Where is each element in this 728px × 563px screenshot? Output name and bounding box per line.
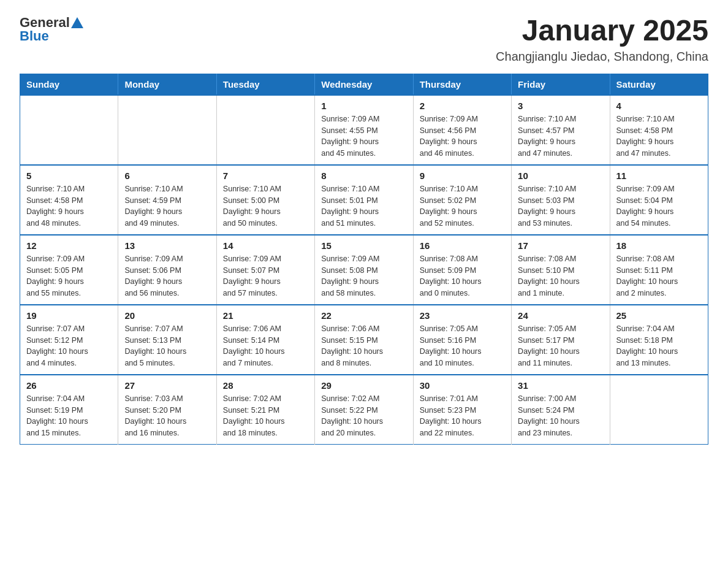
- calendar-day-31: 31Sunrise: 7:00 AM Sunset: 5:24 PM Dayli…: [512, 375, 610, 445]
- day-number: 24: [518, 310, 603, 321]
- calendar-empty-cell: [216, 95, 314, 165]
- calendar-day-10: 10Sunrise: 7:10 AM Sunset: 5:03 PM Dayli…: [512, 165, 610, 235]
- day-info: Sunrise: 7:06 AM Sunset: 5:14 PM Dayligh…: [223, 323, 308, 369]
- day-info: Sunrise: 7:04 AM Sunset: 5:18 PM Dayligh…: [616, 323, 702, 369]
- calendar-empty-cell: [610, 375, 708, 445]
- calendar-week-row: 1Sunrise: 7:09 AM Sunset: 4:55 PM Daylig…: [20, 95, 708, 165]
- day-info: Sunrise: 7:02 AM Sunset: 5:21 PM Dayligh…: [223, 393, 308, 439]
- day-number: 21: [223, 310, 308, 321]
- day-number: 16: [420, 240, 505, 251]
- day-info: Sunrise: 7:09 AM Sunset: 4:55 PM Dayligh…: [321, 113, 406, 159]
- day-number: 30: [420, 380, 505, 391]
- month-title: January 2025: [496, 15, 708, 47]
- day-number: 4: [616, 101, 702, 111]
- calendar-day-6: 6Sunrise: 7:10 AM Sunset: 4:59 PM Daylig…: [118, 165, 216, 235]
- calendar-empty-cell: [118, 95, 216, 165]
- day-info: Sunrise: 7:07 AM Sunset: 5:13 PM Dayligh…: [124, 323, 210, 369]
- day-number: 14: [223, 240, 308, 251]
- day-number: 6: [124, 170, 210, 181]
- day-info: Sunrise: 7:05 AM Sunset: 5:16 PM Dayligh…: [420, 323, 505, 369]
- calendar-table: SundayMondayTuesdayWednesdayThursdayFrid…: [20, 74, 708, 445]
- day-number: 20: [124, 310, 210, 321]
- calendar-day-7: 7Sunrise: 7:10 AM Sunset: 5:00 PM Daylig…: [216, 165, 314, 235]
- calendar-day-30: 30Sunrise: 7:01 AM Sunset: 5:23 PM Dayli…: [413, 375, 511, 445]
- day-info: Sunrise: 7:10 AM Sunset: 4:57 PM Dayligh…: [518, 113, 603, 159]
- day-info: Sunrise: 7:02 AM Sunset: 5:22 PM Dayligh…: [321, 393, 406, 439]
- calendar-day-25: 25Sunrise: 7:04 AM Sunset: 5:18 PM Dayli…: [610, 305, 708, 375]
- logo-blue-text: Blue: [20, 28, 49, 44]
- calendar-day-21: 21Sunrise: 7:06 AM Sunset: 5:14 PM Dayli…: [216, 305, 314, 375]
- day-number: 9: [420, 170, 505, 181]
- day-info: Sunrise: 7:10 AM Sunset: 5:01 PM Dayligh…: [321, 183, 406, 229]
- day-info: Sunrise: 7:08 AM Sunset: 5:10 PM Dayligh…: [518, 253, 603, 299]
- day-number: 1: [321, 101, 406, 111]
- day-info: Sunrise: 7:03 AM Sunset: 5:20 PM Dayligh…: [124, 393, 210, 439]
- day-info: Sunrise: 7:10 AM Sunset: 4:58 PM Dayligh…: [616, 113, 702, 159]
- calendar-day-1: 1Sunrise: 7:09 AM Sunset: 4:55 PM Daylig…: [315, 95, 413, 165]
- day-info: Sunrise: 7:10 AM Sunset: 5:02 PM Dayligh…: [420, 183, 505, 229]
- calendar-day-24: 24Sunrise: 7:05 AM Sunset: 5:17 PM Dayli…: [512, 305, 610, 375]
- title-area: January 2025 Changjianglu Jiedao, Shando…: [496, 15, 708, 64]
- calendar-day-4: 4Sunrise: 7:10 AM Sunset: 4:58 PM Daylig…: [610, 95, 708, 165]
- calendar-day-8: 8Sunrise: 7:10 AM Sunset: 5:01 PM Daylig…: [315, 165, 413, 235]
- calendar-week-row: 26Sunrise: 7:04 AM Sunset: 5:19 PM Dayli…: [20, 375, 708, 445]
- day-info: Sunrise: 7:07 AM Sunset: 5:12 PM Dayligh…: [26, 323, 112, 369]
- day-info: Sunrise: 7:10 AM Sunset: 5:03 PM Dayligh…: [518, 183, 603, 229]
- day-number: 27: [124, 380, 210, 391]
- calendar-day-27: 27Sunrise: 7:03 AM Sunset: 5:20 PM Dayli…: [118, 375, 216, 445]
- calendar-week-row: 5Sunrise: 7:10 AM Sunset: 4:58 PM Daylig…: [20, 165, 708, 235]
- day-number: 28: [223, 380, 308, 391]
- calendar-empty-cell: [20, 95, 118, 165]
- weekday-header-sunday: Sunday: [20, 74, 118, 95]
- calendar-day-5: 5Sunrise: 7:10 AM Sunset: 4:58 PM Daylig…: [20, 165, 118, 235]
- day-info: Sunrise: 7:01 AM Sunset: 5:23 PM Dayligh…: [420, 393, 505, 439]
- logo: General Blue: [20, 15, 83, 44]
- calendar-day-11: 11Sunrise: 7:09 AM Sunset: 5:04 PM Dayli…: [610, 165, 708, 235]
- calendar-day-2: 2Sunrise: 7:09 AM Sunset: 4:56 PM Daylig…: [413, 95, 511, 165]
- day-number: 22: [321, 310, 406, 321]
- calendar-week-row: 12Sunrise: 7:09 AM Sunset: 5:05 PM Dayli…: [20, 235, 708, 305]
- day-number: 18: [616, 240, 702, 251]
- calendar-day-12: 12Sunrise: 7:09 AM Sunset: 5:05 PM Dayli…: [20, 235, 118, 305]
- calendar-day-3: 3Sunrise: 7:10 AM Sunset: 4:57 PM Daylig…: [512, 95, 610, 165]
- calendar-day-19: 19Sunrise: 7:07 AM Sunset: 5:12 PM Dayli…: [20, 305, 118, 375]
- day-number: 3: [518, 101, 603, 111]
- calendar-week-row: 19Sunrise: 7:07 AM Sunset: 5:12 PM Dayli…: [20, 305, 708, 375]
- day-number: 12: [26, 240, 112, 251]
- day-info: Sunrise: 7:10 AM Sunset: 4:59 PM Dayligh…: [124, 183, 210, 229]
- calendar-day-28: 28Sunrise: 7:02 AM Sunset: 5:21 PM Dayli…: [216, 375, 314, 445]
- calendar-day-22: 22Sunrise: 7:06 AM Sunset: 5:15 PM Dayli…: [315, 305, 413, 375]
- day-number: 26: [26, 380, 112, 391]
- logo-triangle-icon: [71, 17, 83, 28]
- day-number: 7: [223, 170, 308, 181]
- day-info: Sunrise: 7:09 AM Sunset: 4:56 PM Dayligh…: [420, 113, 505, 159]
- day-info: Sunrise: 7:00 AM Sunset: 5:24 PM Dayligh…: [518, 393, 603, 439]
- day-number: 17: [518, 240, 603, 251]
- calendar-header-row: SundayMondayTuesdayWednesdayThursdayFrid…: [20, 74, 708, 95]
- day-number: 29: [321, 380, 406, 391]
- day-number: 11: [616, 170, 702, 181]
- day-number: 25: [616, 310, 702, 321]
- svg-marker-0: [71, 17, 83, 28]
- day-number: 10: [518, 170, 603, 181]
- day-info: Sunrise: 7:09 AM Sunset: 5:06 PM Dayligh…: [124, 253, 210, 299]
- calendar-day-15: 15Sunrise: 7:09 AM Sunset: 5:08 PM Dayli…: [315, 235, 413, 305]
- day-number: 2: [420, 101, 505, 111]
- calendar-day-26: 26Sunrise: 7:04 AM Sunset: 5:19 PM Dayli…: [20, 375, 118, 445]
- page-header: General Blue January 2025 Changjianglu J…: [20, 15, 708, 64]
- day-number: 5: [26, 170, 112, 181]
- weekday-header-saturday: Saturday: [610, 74, 708, 95]
- day-number: 13: [124, 240, 210, 251]
- calendar-day-9: 9Sunrise: 7:10 AM Sunset: 5:02 PM Daylig…: [413, 165, 511, 235]
- day-info: Sunrise: 7:10 AM Sunset: 4:58 PM Dayligh…: [26, 183, 112, 229]
- calendar-day-29: 29Sunrise: 7:02 AM Sunset: 5:22 PM Dayli…: [315, 375, 413, 445]
- day-info: Sunrise: 7:08 AM Sunset: 5:09 PM Dayligh…: [420, 253, 505, 299]
- weekday-header-tuesday: Tuesday: [216, 74, 314, 95]
- day-info: Sunrise: 7:05 AM Sunset: 5:17 PM Dayligh…: [518, 323, 603, 369]
- location-title: Changjianglu Jiedao, Shandong, China: [496, 50, 708, 64]
- weekday-header-wednesday: Wednesday: [315, 74, 413, 95]
- day-number: 31: [518, 380, 603, 391]
- calendar-day-20: 20Sunrise: 7:07 AM Sunset: 5:13 PM Dayli…: [118, 305, 216, 375]
- calendar-day-16: 16Sunrise: 7:08 AM Sunset: 5:09 PM Dayli…: [413, 235, 511, 305]
- day-info: Sunrise: 7:08 AM Sunset: 5:11 PM Dayligh…: [616, 253, 702, 299]
